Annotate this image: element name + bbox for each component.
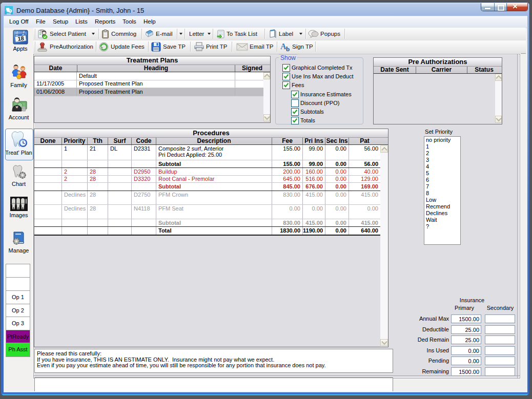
svg-text:18: 18 [17, 35, 24, 41]
svg-text:b: b [286, 45, 290, 52]
